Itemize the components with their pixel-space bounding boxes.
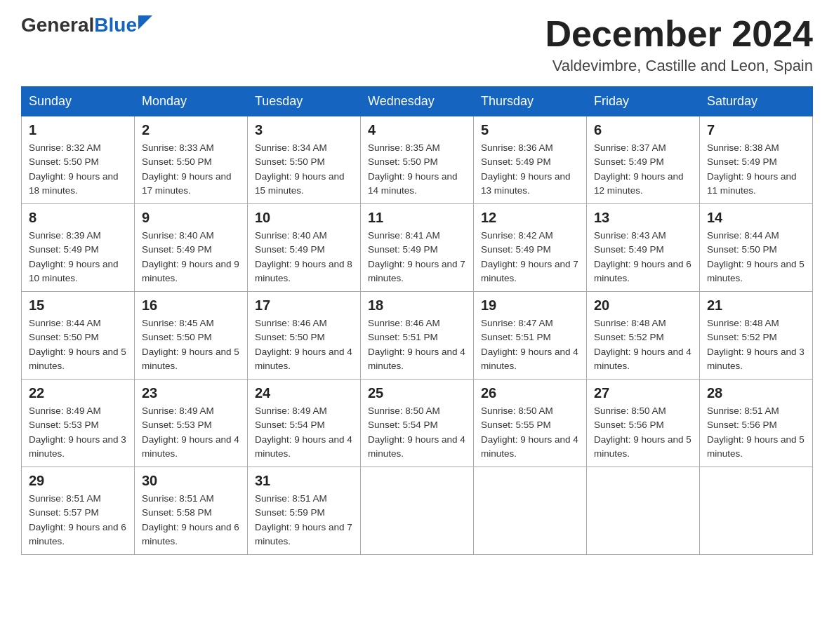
- week-row-3: 15Sunrise: 8:44 AMSunset: 5:50 PMDayligh…: [22, 292, 813, 380]
- day-number: 19: [481, 297, 579, 314]
- day-info: Sunrise: 8:50 AMSunset: 5:56 PMDaylight:…: [594, 404, 692, 461]
- calendar-cell: 12Sunrise: 8:42 AMSunset: 5:49 PMDayligh…: [474, 204, 587, 292]
- calendar-cell: [587, 467, 700, 555]
- day-number: 9: [142, 210, 240, 226]
- calendar-cell: [700, 467, 813, 555]
- day-number: 12: [481, 210, 579, 226]
- calendar-title: December 2024: [545, 14, 813, 54]
- day-number: 14: [707, 210, 805, 226]
- day-info: Sunrise: 8:32 AMSunset: 5:50 PMDaylight:…: [29, 141, 127, 198]
- day-number: 2: [142, 122, 240, 138]
- calendar-cell: 28Sunrise: 8:51 AMSunset: 5:56 PMDayligh…: [700, 380, 813, 467]
- day-info: Sunrise: 8:42 AMSunset: 5:49 PMDaylight:…: [481, 229, 579, 286]
- day-info: Sunrise: 8:47 AMSunset: 5:51 PMDaylight:…: [481, 316, 579, 373]
- day-number: 7: [707, 122, 805, 138]
- week-row-1: 1Sunrise: 8:32 AMSunset: 5:50 PMDaylight…: [22, 116, 813, 204]
- day-number: 3: [255, 122, 353, 138]
- calendar-cell: 17Sunrise: 8:46 AMSunset: 5:50 PMDayligh…: [248, 292, 361, 380]
- calendar-table: SundayMondayTuesdayWednesdayThursdayFrid…: [21, 86, 813, 555]
- day-info: Sunrise: 8:48 AMSunset: 5:52 PMDaylight:…: [594, 316, 692, 373]
- day-info: Sunrise: 8:41 AMSunset: 5:49 PMDaylight:…: [368, 229, 466, 286]
- day-number: 25: [368, 385, 466, 401]
- day-number: 6: [594, 122, 692, 138]
- day-number: 10: [255, 210, 353, 226]
- calendar-cell: 26Sunrise: 8:50 AMSunset: 5:55 PMDayligh…: [474, 380, 587, 467]
- calendar-cell: 27Sunrise: 8:50 AMSunset: 5:56 PMDayligh…: [587, 380, 700, 467]
- day-info: Sunrise: 8:49 AMSunset: 5:53 PMDaylight:…: [29, 404, 127, 461]
- day-info: Sunrise: 8:51 AMSunset: 5:59 PMDaylight:…: [255, 492, 353, 549]
- day-number: 30: [142, 473, 240, 489]
- header-sunday: Sunday: [22, 87, 135, 116]
- day-info: Sunrise: 8:51 AMSunset: 5:57 PMDaylight:…: [29, 492, 127, 549]
- calendar-cell: 11Sunrise: 8:41 AMSunset: 5:49 PMDayligh…: [361, 204, 474, 292]
- day-number: 22: [29, 385, 127, 401]
- logo-triangle-icon: [138, 15, 152, 29]
- day-info: Sunrise: 8:50 AMSunset: 5:54 PMDaylight:…: [368, 404, 466, 461]
- calendar-cell: 6Sunrise: 8:37 AMSunset: 5:49 PMDaylight…: [587, 116, 700, 204]
- day-number: 18: [368, 297, 466, 314]
- logo: General Blue: [21, 14, 152, 36]
- calendar-cell: 21Sunrise: 8:48 AMSunset: 5:52 PMDayligh…: [700, 292, 813, 380]
- header-wednesday: Wednesday: [361, 87, 474, 116]
- day-number: 13: [594, 210, 692, 226]
- header-tuesday: Tuesday: [248, 87, 361, 116]
- header-saturday: Saturday: [700, 87, 813, 116]
- calendar-cell: [474, 467, 587, 555]
- day-info: Sunrise: 8:34 AMSunset: 5:50 PMDaylight:…: [255, 141, 353, 198]
- day-number: 23: [142, 385, 240, 401]
- day-number: 1: [29, 122, 127, 138]
- calendar-cell: 15Sunrise: 8:44 AMSunset: 5:50 PMDayligh…: [22, 292, 135, 380]
- calendar-cell: 24Sunrise: 8:49 AMSunset: 5:54 PMDayligh…: [248, 380, 361, 467]
- day-number: 15: [29, 297, 127, 314]
- header-thursday: Thursday: [474, 87, 587, 116]
- calendar-cell: 19Sunrise: 8:47 AMSunset: 5:51 PMDayligh…: [474, 292, 587, 380]
- day-info: Sunrise: 8:43 AMSunset: 5:49 PMDaylight:…: [594, 229, 692, 286]
- calendar-cell: 2Sunrise: 8:33 AMSunset: 5:50 PMDaylight…: [135, 116, 248, 204]
- day-info: Sunrise: 8:36 AMSunset: 5:49 PMDaylight:…: [481, 141, 579, 198]
- calendar-cell: 1Sunrise: 8:32 AMSunset: 5:50 PMDaylight…: [22, 116, 135, 204]
- day-number: 8: [29, 210, 127, 226]
- calendar-cell: 18Sunrise: 8:46 AMSunset: 5:51 PMDayligh…: [361, 292, 474, 380]
- day-number: 16: [142, 297, 240, 314]
- calendar-cell: 31Sunrise: 8:51 AMSunset: 5:59 PMDayligh…: [248, 467, 361, 555]
- day-info: Sunrise: 8:51 AMSunset: 5:56 PMDaylight:…: [707, 404, 805, 461]
- logo-blue-part: Blue: [94, 14, 152, 36]
- logo-blue-text: Blue: [94, 14, 137, 36]
- day-info: Sunrise: 8:35 AMSunset: 5:50 PMDaylight:…: [368, 141, 466, 198]
- calendar-cell: 10Sunrise: 8:40 AMSunset: 5:49 PMDayligh…: [248, 204, 361, 292]
- day-info: Sunrise: 8:44 AMSunset: 5:50 PMDaylight:…: [29, 316, 127, 373]
- calendar-cell: 7Sunrise: 8:38 AMSunset: 5:49 PMDaylight…: [700, 116, 813, 204]
- day-info: Sunrise: 8:49 AMSunset: 5:53 PMDaylight:…: [142, 404, 240, 461]
- day-number: 5: [481, 122, 579, 138]
- day-number: 27: [594, 385, 692, 401]
- calendar-cell: 20Sunrise: 8:48 AMSunset: 5:52 PMDayligh…: [587, 292, 700, 380]
- day-info: Sunrise: 8:33 AMSunset: 5:50 PMDaylight:…: [142, 141, 240, 198]
- day-info: Sunrise: 8:50 AMSunset: 5:55 PMDaylight:…: [481, 404, 579, 461]
- title-section: December 2024 Valdevimbre, Castille and …: [545, 14, 813, 75]
- day-info: Sunrise: 8:46 AMSunset: 5:50 PMDaylight:…: [255, 316, 353, 373]
- calendar-cell: 29Sunrise: 8:51 AMSunset: 5:57 PMDayligh…: [22, 467, 135, 555]
- day-number: 11: [368, 210, 466, 226]
- day-info: Sunrise: 8:40 AMSunset: 5:49 PMDaylight:…: [142, 229, 240, 286]
- day-number: 17: [255, 297, 353, 314]
- day-info: Sunrise: 8:48 AMSunset: 5:52 PMDaylight:…: [707, 316, 805, 373]
- calendar-cell: 5Sunrise: 8:36 AMSunset: 5:49 PMDaylight…: [474, 116, 587, 204]
- logo-general-text: General: [21, 14, 94, 36]
- calendar-cell: 22Sunrise: 8:49 AMSunset: 5:53 PMDayligh…: [22, 380, 135, 467]
- day-info: Sunrise: 8:44 AMSunset: 5:50 PMDaylight:…: [707, 229, 805, 286]
- header-monday: Monday: [135, 87, 248, 116]
- day-info: Sunrise: 8:49 AMSunset: 5:54 PMDaylight:…: [255, 404, 353, 461]
- calendar-header-row: SundayMondayTuesdayWednesdayThursdayFrid…: [22, 87, 813, 116]
- calendar-cell: 23Sunrise: 8:49 AMSunset: 5:53 PMDayligh…: [135, 380, 248, 467]
- day-number: 24: [255, 385, 353, 401]
- calendar-cell: 3Sunrise: 8:34 AMSunset: 5:50 PMDaylight…: [248, 116, 361, 204]
- calendar-cell: 13Sunrise: 8:43 AMSunset: 5:49 PMDayligh…: [587, 204, 700, 292]
- day-info: Sunrise: 8:45 AMSunset: 5:50 PMDaylight:…: [142, 316, 240, 373]
- day-number: 4: [368, 122, 466, 138]
- calendar-cell: 16Sunrise: 8:45 AMSunset: 5:50 PMDayligh…: [135, 292, 248, 380]
- day-info: Sunrise: 8:46 AMSunset: 5:51 PMDaylight:…: [368, 316, 466, 373]
- calendar-cell: [361, 467, 474, 555]
- day-info: Sunrise: 8:39 AMSunset: 5:49 PMDaylight:…: [29, 229, 127, 286]
- day-number: 31: [255, 473, 353, 489]
- day-number: 26: [481, 385, 579, 401]
